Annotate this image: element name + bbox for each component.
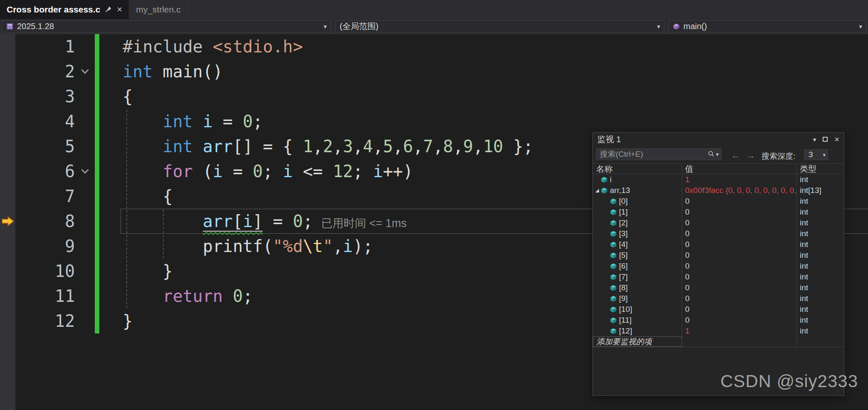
watch-type-cell: int [797,239,844,250]
code-line[interactable]: 2int main() [0,59,868,84]
watch-variable-name: [4] [619,240,628,249]
watch-row[interactable]: [9]0int [593,293,844,304]
watch-variable-icon [601,177,607,183]
watch-name-cell[interactable]: [0] [593,196,682,207]
watch-name-cell[interactable]: [2] [593,217,682,228]
line-number: 4 [15,112,75,131]
search-back-icon[interactable]: ← [731,150,740,161]
watch-row[interactable]: [8]0int [593,282,844,293]
float-window-icon[interactable] [823,137,828,142]
watch-name-cell[interactable]: [7] [593,272,682,282]
execution-pointer-icon[interactable] [1,216,15,228]
watch-row[interactable]: arr,130x00f3facc {0, 0, 0, 0, 0, 0, 0, 0… [593,185,844,196]
tab-cross-border-assess[interactable]: Cross border assess.c × [0,0,129,19]
watch-value-cell[interactable]: 0 [682,217,797,228]
column-header-name[interactable]: 名称 [593,164,682,174]
watch-name-cell[interactable]: [5] [593,250,682,261]
expand-triangle-icon[interactable] [595,189,599,193]
watch-name-cell[interactable]: [10] [593,304,682,315]
watch-value-cell[interactable]: 1 [682,326,797,336]
watch-name-cell[interactable]: i [593,174,682,185]
watch-value-cell[interactable]: 1 [682,174,797,185]
watch-row[interactable]: [3]0int [593,228,844,239]
code-line[interactable]: 1#include <stdio.h> [0,34,868,59]
tab-my-strlen[interactable]: my_strlen.c [129,0,187,19]
watch-row[interactable]: [1]0int [593,207,844,217]
project-dropdown[interactable]: 2025.1.28 ▾ [2,20,331,32]
method-cube-icon [673,23,680,30]
code-text: } [123,311,133,331]
watch-type-cell: int [797,228,844,239]
watch-row[interactable]: [5]0int [593,250,844,261]
watch-variable-icon [610,220,616,226]
search-depth-dropdown[interactable]: 3 ▾ [804,149,828,160]
watch-name-cell[interactable]: [3] [593,228,682,239]
watch-variable-name: [7] [619,272,628,282]
chevron-down-icon: ▾ [823,152,826,158]
watch-value-cell[interactable]: 0 [682,315,797,326]
close-icon[interactable]: × [834,135,839,143]
watch-row[interactable]: [0]0int [593,196,844,207]
watch-variable-name: [0] [619,197,628,206]
column-header-type[interactable]: 类型 [797,164,844,174]
fold-chevron-icon[interactable] [75,70,95,73]
watch-title-bar[interactable]: 监视 1 ▾ × [593,133,844,146]
scope-dropdown[interactable]: (全局范围) ▾ [335,20,664,32]
pin-icon[interactable] [105,5,112,15]
watch-name-cell[interactable]: [12] [593,326,682,336]
close-icon[interactable]: × [117,4,122,15]
watch-value-cell[interactable]: 0 [682,196,797,207]
watch-row[interactable]: [10]0int [593,304,844,315]
add-watch-row[interactable]: 添加要监视的项 [593,336,844,347]
watch-row[interactable]: i1int [593,174,844,185]
watch-row[interactable]: [11]0int [593,315,844,326]
watch-name-cell[interactable]: [8] [593,282,682,293]
watch-value-cell[interactable]: 0 [682,282,797,293]
watch-value-cell[interactable]: 0 [682,261,797,272]
editor-tab-bar: Cross border assess.c × my_strlen.c [0,0,868,19]
watch-value-cell[interactable]: 0 [682,228,797,239]
search-icon[interactable] [708,150,715,159]
line-number: 2 [15,62,75,81]
window-menu-icon[interactable]: ▾ [813,136,816,143]
code-line[interactable]: 3{ [0,84,868,109]
watch-type-cell: int [797,326,844,336]
column-header-value[interactable]: 值 [682,164,797,174]
watch-name-cell[interactable]: [6] [593,261,682,272]
watch-name-cell[interactable]: [11] [593,315,682,326]
watch-value-cell[interactable]: 0 [682,250,797,261]
watch-name-cell[interactable]: arr,13 [593,185,682,196]
watch-variable-icon [610,198,616,205]
function-dropdown[interactable]: main() ▾ [668,20,866,32]
watch-value-cell[interactable]: 0 [682,272,797,282]
chevron-down-icon[interactable]: ▾ [716,151,719,158]
fold-chevron-icon[interactable] [75,170,95,173]
tab-label: Cross border assess.c [7,5,100,15]
watch-value-cell[interactable]: 0 [682,293,797,304]
tab-label: my_strlen.c [136,5,180,15]
watch-variable-icon [610,296,616,302]
code-text: int i = 0; [123,112,263,131]
watch-value-cell[interactable]: 0 [682,304,797,315]
watch-variable-icon [610,306,616,313]
chevron-down-icon: ▾ [859,23,862,30]
watch-value-cell[interactable]: 0x00f3facc {0, 0, 0, 0, 0, 0, 0, 0, 0, .… [682,185,797,196]
watch-row[interactable]: [7]0int [593,272,844,282]
watch-row[interactable]: [6]0int [593,261,844,272]
watch-name-cell[interactable]: [4] [593,239,682,250]
add-watch-label[interactable]: 添加要监视的项 [593,336,682,347]
search-forward-icon[interactable]: → [746,150,755,161]
watch-row[interactable]: [12]1int [593,326,844,336]
watch-name-cell[interactable]: [1] [593,207,682,217]
code-line[interactable]: 4 int i = 0; [0,109,868,134]
watch-window: 监视 1 ▾ × 搜索(Ctrl+E) ▾ ← → 搜索深度: 3 ▾ 名称 值… [592,132,844,396]
search-input[interactable]: 搜索(Ctrl+E) ▾ [596,148,722,160]
watch-variable-name: i [610,175,612,184]
watch-row[interactable]: [2]0int [593,217,844,228]
watch-variable-icon [610,317,616,324]
watch-row[interactable]: [4]0int [593,239,844,250]
watch-name-cell[interactable]: [9] [593,293,682,304]
watch-value-cell[interactable]: 0 [682,207,797,217]
watch-value-cell[interactable]: 0 [682,239,797,250]
code-text: int main() [123,62,223,81]
